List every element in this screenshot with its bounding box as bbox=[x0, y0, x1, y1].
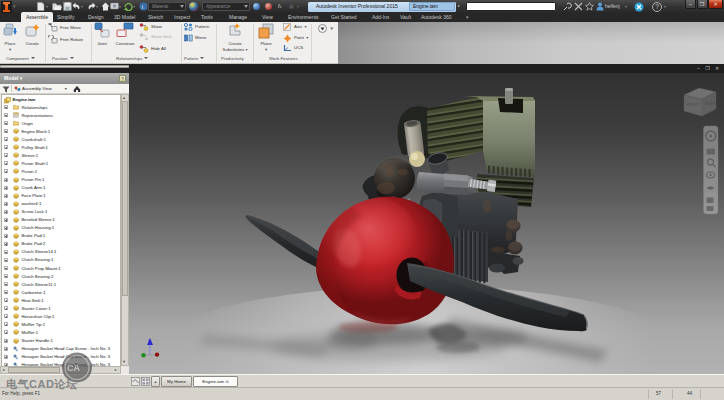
svg-text:i: i bbox=[142, 4, 143, 10]
svg-text:z: z bbox=[148, 338, 150, 342]
svg-text:RIGHT: RIGHT bbox=[705, 102, 717, 106]
svg-text:CA: CA bbox=[67, 363, 80, 373]
svg-text:?: ? bbox=[655, 3, 659, 10]
svg-text:FRONT: FRONT bbox=[687, 103, 700, 107]
